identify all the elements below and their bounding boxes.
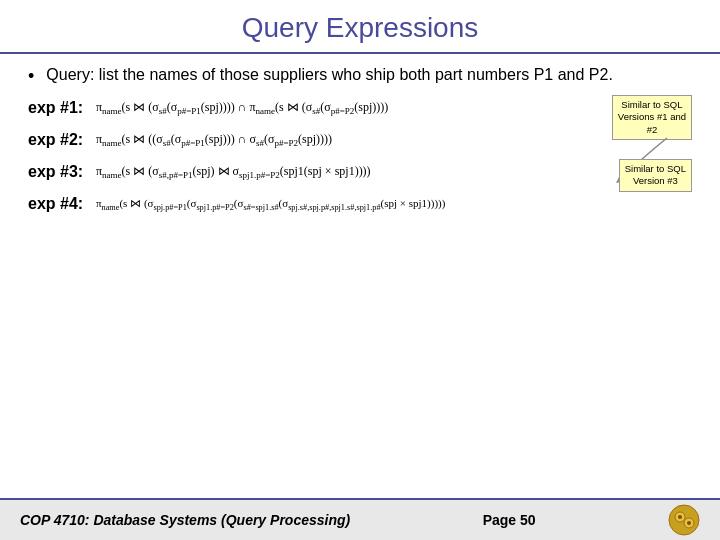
svg-point-5: [687, 521, 691, 525]
exp1-formula: πname(s ⋈ (σs#(σp#=P1(spj)))) ∩ πname(s …: [96, 100, 388, 114]
exp1-formula-wrap: πname(s ⋈ (σs#(σp#=P1(spj)))) ∩ πname(s …: [96, 97, 692, 116]
bullet-text: Query: list the names of those suppliers…: [46, 64, 613, 86]
exp3-area: exp #3: πname(s ⋈ (σs#,p#=P1(spj) ⋈ σspj…: [28, 161, 692, 181]
exp4-formula-wrap: πname(s ⋈ (σspj.p#=P1(σspj1.p#=P2(σs#=sp…: [96, 193, 692, 212]
footer: COP 4710: Database Systems (Query Proces…: [0, 498, 720, 540]
footer-course-title: COP 4710: Database Systems (Query Proces…: [20, 512, 350, 528]
exp2-formula: πname(s ⋈ ((σs#(σp#=P1(spj))) ∩ σs#(σp#=…: [96, 132, 332, 146]
exp3-label: exp #3:: [28, 161, 96, 181]
title-bar: Query Expressions: [0, 0, 720, 54]
bullet-marker: •: [28, 66, 34, 87]
svg-point-4: [678, 515, 682, 519]
bullet-section: • Query: list the names of those supplie…: [28, 64, 692, 87]
exp2-formula-wrap: πname(s ⋈ ((σs#(σp#=P1(spj))) ∩ σs#(σp#=…: [96, 129, 692, 148]
exp1-label: exp #1:: [28, 97, 96, 117]
exp3-formula-wrap: πname(s ⋈ (σs#,p#=P1(spj) ⋈ σspj1.p#=P2(…: [96, 161, 692, 180]
expression-4: exp #4: πname(s ⋈ (σspj.p#=P1(σspj1.p#=P…: [28, 193, 692, 213]
exp3-formula: πname(s ⋈ (σs#,p#=P1(spj) ⋈ σspj1.p#=P2(…: [96, 164, 371, 178]
expression-3: exp #3: πname(s ⋈ (σs#,p#=P1(spj) ⋈ σspj…: [28, 161, 692, 181]
page-title: Query Expressions: [20, 12, 700, 44]
exp2-label: exp #2:: [28, 129, 96, 149]
exp4-formula: πname(s ⋈ (σspj.p#=P1(σspj1.p#=P2(σs#=sp…: [96, 197, 445, 209]
footer-page-number: Page 50: [483, 512, 536, 528]
expression-1: exp #1: πname(s ⋈ (σs#(σp#=P1(spj)))) ∩ …: [28, 97, 692, 117]
expression-2: exp #2: πname(s ⋈ ((σs#(σp#=P1(spj))) ∩ …: [28, 129, 692, 149]
footer-logo: [668, 504, 700, 536]
slide: Query Expressions • Query: list the name…: [0, 0, 720, 540]
main-content: • Query: list the names of those supplie…: [0, 54, 720, 213]
exp4-label: exp #4:: [28, 193, 96, 213]
exp3-note: Similar to SQLVersion #3: [619, 159, 692, 192]
